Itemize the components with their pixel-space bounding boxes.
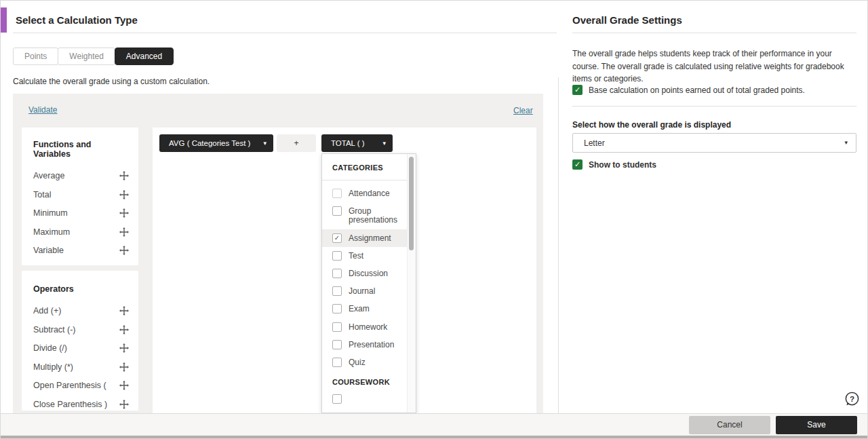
formula-canvas[interactable]: AVG ( Categories Test ) ▾ + TOTAL ( ) ▾ …	[153, 128, 536, 413]
clear-link[interactable]: Clear	[513, 106, 533, 115]
save-button[interactable]: Save	[776, 416, 857, 434]
function-item-variable[interactable]: Variable	[33, 244, 129, 256]
category-option-assignment[interactable]: ✓ Assignment	[322, 229, 407, 247]
operator-item-open-paren[interactable]: Open Parenthesis (	[33, 379, 129, 392]
move-icon[interactable]	[119, 246, 129, 255]
move-icon[interactable]	[119, 400, 129, 409]
move-icon[interactable]	[119, 325, 129, 335]
calculation-type-tabs: Points Weighted Advanced	[13, 47, 173, 65]
calculation-description: Calculate the overall grade using a cust…	[13, 77, 210, 86]
divider	[572, 33, 856, 33]
checkbox-icon[interactable]	[332, 189, 342, 198]
operators-panel-title: Operators	[33, 284, 129, 294]
scrollbar-thumb[interactable]	[409, 157, 414, 250]
operator-item-close-paren[interactable]: Close Parenthesis )	[33, 398, 129, 411]
operators-panel: Operators Add (+) Subtract (-) Divide (/…	[22, 271, 138, 411]
overall-grade-settings-description: The overall grade helps students keep tr…	[572, 47, 860, 85]
checkbox-checked-icon[interactable]: ✓	[332, 233, 342, 243]
divider	[322, 180, 407, 180]
category-option-quiz[interactable]: Quiz	[322, 354, 407, 371]
divider	[13, 33, 557, 33]
calculation-builder-panel: Validate Clear Functions and Variables A…	[13, 94, 543, 413]
category-option-test[interactable]: Test	[322, 247, 407, 265]
base-calculation-label: Base calculation on points earned out of…	[589, 85, 805, 95]
checkbox-icon[interactable]	[332, 286, 342, 296]
chevron-down-icon: ▾	[382, 140, 386, 147]
divider	[558, 77, 559, 413]
operator-item-add[interactable]: Add (+)	[33, 305, 129, 317]
grade-display-label: Select how the overall grade is displaye…	[572, 120, 731, 130]
overall-grade-settings-title: Overall Grade Settings	[572, 14, 682, 26]
grade-display-value: Letter	[584, 138, 605, 148]
help-icon[interactable]: ?	[844, 391, 861, 408]
coursework-option-partial[interactable]	[322, 392, 416, 404]
checkbox-icon[interactable]	[332, 269, 342, 278]
show-to-students-label: Show to students	[589, 160, 656, 170]
checkbox-icon[interactable]	[332, 358, 342, 367]
checkbox-icon[interactable]	[332, 340, 342, 349]
window-edge	[1, 436, 867, 439]
category-option-discussion[interactable]: Discussion	[322, 265, 407, 282]
divider	[572, 106, 856, 107]
category-option-group-presentations[interactable]: Group presentations	[322, 202, 407, 229]
show-to-students-checkbox[interactable]: ✓	[572, 159, 583, 170]
tab-weighted[interactable]: Weighted	[58, 47, 115, 65]
functions-panel-title: Functions and Variables	[33, 140, 129, 159]
function-item-minimum[interactable]: Minimum	[33, 207, 129, 219]
chevron-down-icon: ▾	[263, 140, 267, 147]
category-list: Attendance Group presentations ✓ Assignm…	[322, 185, 416, 371]
chevron-down-icon: ▾	[844, 140, 848, 146]
move-icon[interactable]	[119, 208, 129, 218]
move-icon[interactable]	[119, 343, 129, 353]
category-option-presentation[interactable]: Presentation	[322, 336, 407, 354]
accent-bar	[1, 7, 7, 33]
category-option-attendance[interactable]: Attendance	[322, 185, 407, 202]
validate-link[interactable]: Validate	[28, 105, 57, 115]
cancel-button[interactable]: Cancel	[689, 416, 770, 434]
move-icon[interactable]	[119, 306, 129, 316]
main-content: Select a Calculation Type Points Weighte…	[1, 1, 867, 413]
move-icon[interactable]	[119, 227, 129, 237]
move-icon[interactable]	[119, 171, 129, 180]
checkbox-icon[interactable]	[332, 206, 342, 216]
move-icon[interactable]	[119, 362, 129, 372]
function-item-total[interactable]: Total	[33, 189, 129, 201]
footer-bar: Cancel Save	[1, 413, 867, 436]
base-calculation-checkbox[interactable]: ✓	[572, 85, 583, 95]
dropdown-section-coursework: COURSEWORK	[322, 371, 416, 392]
formula-chip-avg[interactable]: AVG ( Categories Test ) ▾	[159, 134, 273, 152]
functions-panel: Functions and Variables Average Total Mi…	[22, 128, 138, 265]
formula-chip-plus[interactable]: +	[277, 134, 316, 152]
category-option-journal[interactable]: Journal	[322, 282, 407, 300]
dropdown-section-categories: CATEGORIES	[322, 154, 416, 180]
checkbox-icon[interactable]	[332, 322, 342, 332]
operator-item-subtract[interactable]: Subtract (-)	[33, 324, 129, 336]
base-calculation-row: ✓ Base calculation on points earned out …	[572, 85, 805, 95]
checkbox-icon[interactable]	[332, 251, 342, 261]
operator-item-multiply[interactable]: Multiply (*)	[33, 361, 129, 373]
move-icon[interactable]	[119, 381, 129, 390]
checkbox-icon[interactable]	[332, 394, 342, 404]
move-icon[interactable]	[119, 190, 129, 199]
category-option-exam[interactable]: Exam	[322, 300, 407, 318]
page-title: Select a Calculation Type	[16, 14, 138, 26]
dropdown-scrollbar[interactable]	[407, 154, 416, 413]
operator-item-divide[interactable]: Divide (/)	[33, 342, 129, 354]
formula-chip-total[interactable]: TOTAL ( ) ▾	[321, 134, 393, 152]
function-item-maximum[interactable]: Maximum	[33, 226, 129, 238]
checkbox-icon[interactable]	[332, 304, 342, 313]
tab-advanced[interactable]: Advanced	[115, 47, 174, 65]
function-item-average[interactable]: Average	[33, 170, 129, 182]
svg-text:?: ?	[850, 395, 854, 403]
category-dropdown: CATEGORIES Attendance Group presentation…	[321, 153, 416, 413]
category-option-homework[interactable]: Homework	[322, 318, 407, 336]
show-to-students-row: ✓ Show to students	[572, 159, 656, 170]
tab-points[interactable]: Points	[13, 47, 58, 65]
grade-display-select[interactable]: Letter ▾	[572, 133, 856, 153]
